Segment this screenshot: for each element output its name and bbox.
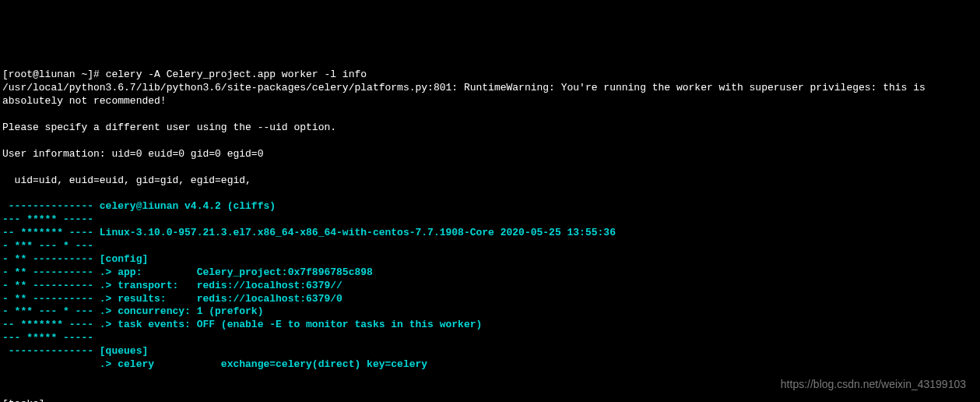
banner-config: - ** ---------- [config] xyxy=(2,253,148,265)
watermark-text: https://blog.csdn.net/weixin_43199103 xyxy=(781,377,966,391)
banner-results: - ** ---------- .> results: redis://loca… xyxy=(2,293,342,305)
banner-art-1: --- ***** ----- xyxy=(2,213,93,225)
banner-art-2: - *** --- * --- xyxy=(2,240,93,252)
banner-queue-celery: .> celery exchange=celery(direct) key=ce… xyxy=(2,358,427,370)
banner-concurrency: - *** --- * --- .> concurrency: 1 (prefo… xyxy=(2,305,263,317)
banner-queues: -------------- [queues] xyxy=(2,345,148,357)
banner-art-3: --- ***** ----- xyxy=(2,332,93,344)
banner-transport: - ** ---------- .> transport: redis://lo… xyxy=(2,280,342,291)
banner-app: - ** ---------- .> app: Celery_project:0… xyxy=(2,266,373,278)
warning-line-5: uid=uid, euid=euid, gid=gid, egid=egid, xyxy=(2,175,251,186)
banner-platform: -- ******* ---- Linux-3.10.0-957.21.3.el… xyxy=(2,227,616,238)
prompt-user-host: [root@liunan ~]# xyxy=(2,69,106,80)
terminal-output: [root@liunan ~]# celery -A Celery_projec… xyxy=(2,56,978,402)
shell-prompt: [root@liunan ~]# celery -A Celery_projec… xyxy=(2,69,367,80)
tasks-header: [tasks] xyxy=(2,398,45,402)
warning-line-1: /usr/local/python3.6.7/lib/python3.6/sit… xyxy=(2,82,926,93)
warning-line-3: Please specify a different user using th… xyxy=(2,122,336,133)
blank-line xyxy=(2,187,9,199)
warning-line-2: absolutely not recommended! xyxy=(2,95,167,107)
banner-task-events: -- ******* ---- .> task events: OFF (ena… xyxy=(2,319,482,330)
banner-header: -------------- celery@liunan v4.4.2 (cli… xyxy=(2,200,276,212)
prompt-command: celery -A Celery_project.app worker -l i… xyxy=(106,69,367,80)
warning-line-4: User information: uid=0 euid=0 gid=0 egi… xyxy=(2,148,263,160)
blank-line-3 xyxy=(2,385,9,397)
blank-line-2 xyxy=(2,372,9,383)
